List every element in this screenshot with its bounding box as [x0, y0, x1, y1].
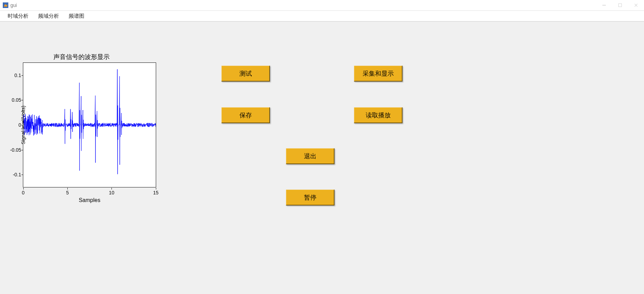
- test-button[interactable]: 测试: [221, 66, 270, 82]
- chart-ytick: -0.1: [7, 172, 21, 177]
- read-play-button[interactable]: 读取播放: [354, 107, 402, 123]
- chart-xtick: 15: [153, 190, 159, 195]
- client-area: 声音信号的波形显示 Signal level(Volts) -0.1-0.050…: [0, 22, 644, 294]
- chart-ytick: 0.1: [7, 73, 21, 78]
- save-button[interactable]: 保存: [221, 107, 270, 123]
- maximize-button[interactable]: [612, 0, 628, 10]
- waveform-chart: 声音信号的波形显示 Signal level(Volts) -0.1-0.050…: [3, 53, 160, 203]
- chart-line: [23, 63, 156, 187]
- matlab-icon: [3, 2, 8, 8]
- window-title: gui: [10, 2, 17, 8]
- close-button[interactable]: [628, 0, 644, 10]
- menu-time-domain[interactable]: 时域分析: [3, 11, 33, 21]
- svg-rect-2: [619, 4, 622, 7]
- chart-xtick: 10: [109, 190, 115, 195]
- chart-ytick: 0: [7, 122, 21, 128]
- acquire-display-button[interactable]: 采集和显示: [354, 66, 402, 82]
- chart-ytick: -0.05: [7, 147, 21, 153]
- menu-freq-domain[interactable]: 频域分析: [33, 11, 64, 21]
- chart-axes: Signal level(Volts) -0.1-0.0500.050.1051…: [23, 62, 156, 187]
- chart-xlabel: Samples: [23, 197, 156, 203]
- chart-title: 声音信号的波形显示: [3, 53, 160, 61]
- minimize-button[interactable]: [596, 0, 612, 10]
- pause-button[interactable]: 暂停: [286, 190, 334, 205]
- exit-button[interactable]: 退出: [286, 148, 334, 164]
- menu-spectrogram[interactable]: 频谱图: [64, 11, 89, 21]
- menubar: 时域分析 频域分析 频谱图: [0, 11, 644, 22]
- chart-ytick: 0.05: [7, 97, 21, 103]
- chart-xtick: 5: [66, 190, 69, 195]
- titlebar: gui: [0, 0, 644, 11]
- chart-xtick: 0: [22, 190, 25, 195]
